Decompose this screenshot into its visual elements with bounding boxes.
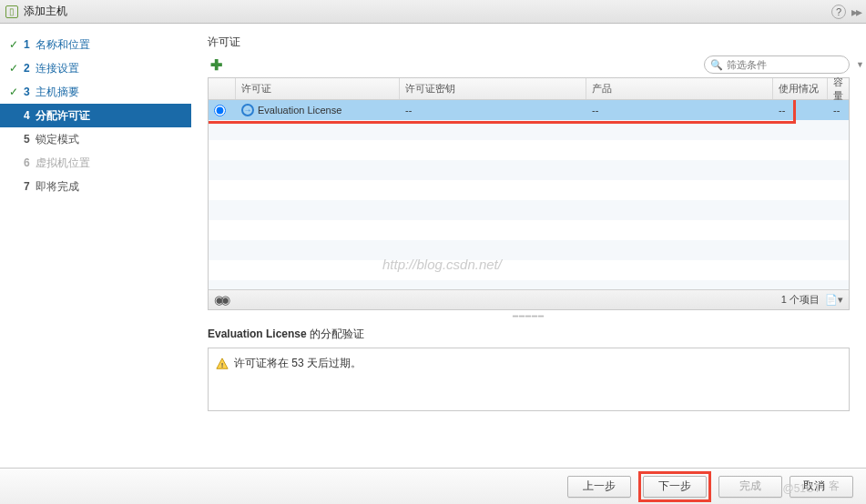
splitter-handle[interactable]: ━━━━━: [208, 310, 850, 321]
table-body: →Evaluation License--------: [209, 100, 849, 311]
step-number: 5: [24, 133, 30, 146]
assign-suffix: 的分配验证: [307, 328, 364, 340]
step-label: 连接设置: [36, 61, 79, 76]
add-license-button[interactable]: ✚: [208, 56, 224, 73]
license-arrow-icon: →: [241, 104, 254, 116]
search-icon: 🔍: [710, 59, 723, 71]
binoculars-icon[interactable]: ◉◉: [214, 293, 227, 307]
export-icon[interactable]: 📄▾: [825, 294, 843, 306]
content-area: 许可证 ✚ 🔍 ▼ 许可证 许可证密钥 产品 使用情况 容量 →Evaluati…: [191, 24, 866, 468]
cell-product: --: [586, 100, 773, 120]
col-name[interactable]: 许可证: [236, 78, 400, 99]
table-row: [209, 200, 849, 220]
wizard-step-6: 6虚拟机位置: [0, 151, 191, 175]
toolbar-row: ✚ 🔍 ▼: [208, 55, 850, 74]
assignment-box: ! 许可证将在 53 天后过期。: [208, 348, 850, 411]
check-icon: ✓: [9, 86, 22, 98]
wizard-step-2[interactable]: ✓2连接设置: [0, 56, 191, 80]
table-row: [209, 140, 849, 160]
finish-button: 完成: [718, 476, 782, 498]
chevron-down-icon[interactable]: ▼: [856, 60, 864, 69]
titlebar: ▯ 添加主机 ? ▸▸: [0, 0, 866, 24]
step-label: 锁定模式: [36, 132, 79, 147]
table-row: [209, 220, 849, 240]
col-usage[interactable]: 使用情况: [773, 78, 828, 99]
step-label: 名称和位置: [36, 37, 90, 53]
step-label: 即将完成: [36, 179, 79, 195]
wizard-step-5: 5锁定模式: [0, 127, 191, 151]
radio-input[interactable]: [214, 105, 226, 116]
step-label: 主机摘要: [36, 85, 79, 100]
col-select: [209, 78, 236, 99]
table-footer: ◉◉ 1 个项目 📄▾: [209, 289, 849, 309]
help-icon[interactable]: ?: [831, 5, 846, 19]
wizard-step-4: 4分配许可证: [0, 104, 191, 127]
item-count: 1 个项目: [781, 293, 820, 307]
wizard-step-3[interactable]: ✓3主机摘要: [0, 80, 191, 104]
table-row: [209, 240, 849, 260]
step-number: 6: [24, 156, 30, 169]
section-title: 许可证: [208, 35, 850, 50]
table-row: [209, 160, 849, 180]
step-label: 分配许可证: [36, 108, 90, 124]
next-highlight: 下一步: [638, 471, 711, 502]
step-number: 4: [24, 109, 30, 122]
step-number: 7: [24, 180, 30, 193]
table-row[interactable]: →Evaluation License--------: [209, 100, 849, 120]
back-button[interactable]: 上一步: [567, 476, 631, 498]
license-name-label: Evaluation License: [208, 328, 307, 340]
filter-input[interactable]: [727, 59, 852, 70]
wizard-steps: ✓1名称和位置✓2连接设置✓3主机摘要4分配许可证5锁定模式6虚拟机位置7即将完…: [0, 24, 191, 468]
col-key[interactable]: 许可证密钥: [400, 78, 586, 99]
step-label: 虚拟机位置: [36, 156, 90, 171]
cancel-button[interactable]: 取消 客: [790, 476, 853, 498]
col-product[interactable]: 产品: [586, 78, 773, 99]
step-number: 3: [24, 86, 30, 98]
license-table: 许可证 许可证密钥 产品 使用情况 容量 →Evaluation License…: [208, 77, 850, 310]
step-number: 2: [24, 62, 30, 75]
warning-icon: !: [216, 358, 229, 370]
cell-usage: --: [773, 100, 828, 120]
table-row: [209, 260, 849, 280]
col-capacity[interactable]: 容量: [828, 78, 849, 99]
warning-text: 许可证将在 53 天后过期。: [234, 356, 362, 371]
wizard-step-7: 7即将完成: [0, 175, 191, 198]
collapse-icon[interactable]: ▸▸: [851, 5, 861, 19]
next-button[interactable]: 下一步: [643, 476, 707, 498]
filter-box[interactable]: 🔍 ▼: [704, 55, 850, 74]
warning-row: ! 许可证将在 53 天后过期。: [216, 356, 841, 371]
step-number: 1: [24, 38, 30, 51]
wizard-step-1[interactable]: ✓1名称和位置: [0, 33, 191, 56]
plus-icon: ✚: [210, 56, 222, 74]
table-header: 许可证 许可证密钥 产品 使用情况 容量: [209, 78, 849, 100]
svg-text:!: !: [221, 360, 224, 368]
assignment-title: Evaluation License 的分配验证: [208, 327, 850, 342]
cell-capacity: --: [828, 100, 849, 120]
row-radio[interactable]: [209, 100, 236, 120]
check-icon: ✓: [9, 62, 22, 75]
check-icon: ✓: [9, 38, 22, 51]
cell-key: --: [400, 100, 586, 120]
table-row: [209, 180, 849, 200]
wizard-buttons: 上一步 下一步 完成 @51CT 取消 客: [0, 468, 866, 504]
window-title: 添加主机: [24, 4, 67, 19]
cell-name: →Evaluation License: [236, 100, 400, 120]
table-row: [209, 120, 849, 140]
host-icon: ▯: [5, 5, 18, 18]
